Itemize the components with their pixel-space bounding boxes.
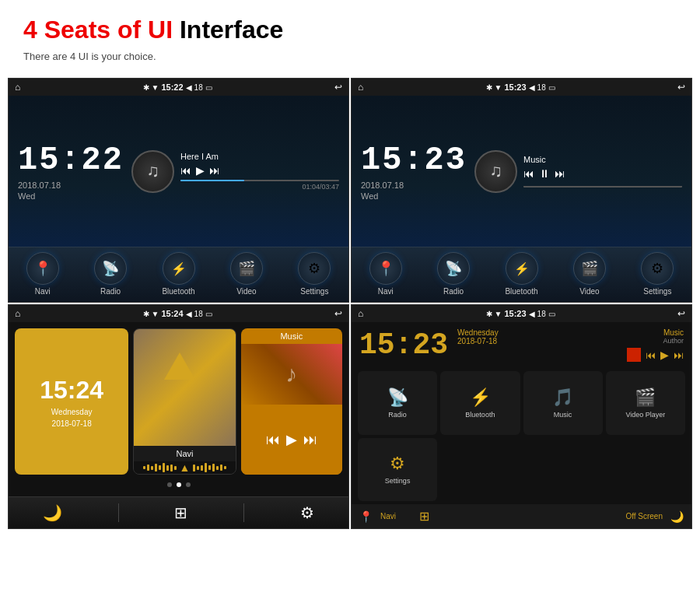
s4-bluetooth[interactable]: ⚡ Bluetooth (440, 371, 520, 435)
time-s4: 15:23 (504, 309, 526, 318)
music-title-s1: Here I Am (180, 152, 339, 161)
nav-video-s2[interactable]: 🎬 Video (555, 252, 623, 296)
s4-clock-block: 15:23 (359, 328, 448, 362)
off-screen-label: Off Screen (625, 512, 663, 521)
s4-video[interactable]: 🎬 Video Player (606, 371, 685, 435)
battery-s3: 18 (194, 310, 203, 318)
card-navi-s3[interactable]: Navi ▲ (133, 328, 236, 475)
s4-radio[interactable]: 📡 Radio (358, 371, 437, 435)
nav-video-s1[interactable]: 🎬 Video (212, 252, 280, 296)
nav-settings-s1[interactable]: ⚙ Settings (281, 252, 348, 296)
battery-icon-s2: ▭ (548, 83, 555, 92)
battery-s2: 18 (537, 83, 546, 92)
prev-btn-s1[interactable]: ⏮ (180, 164, 191, 177)
radio-label-s1: Radio (100, 287, 121, 296)
title-black: Interface (180, 16, 283, 44)
nav-settings-s2[interactable]: ⚙ Settings (624, 252, 691, 296)
settings-btn-s3[interactable]: ⚙ (300, 503, 314, 522)
sleep-btn-s3[interactable]: 🌙 (43, 503, 62, 522)
bluetooth-status-s2: ✱ (486, 83, 492, 92)
s4-settings[interactable]: ⚙ Settings (358, 438, 437, 502)
battery-s1: 18 (194, 83, 203, 92)
radio-icon-s2: 📡 (445, 260, 462, 277)
s4-date-block: Wednesday 2018-07-18 (457, 328, 499, 345)
time-s1: 15:22 (161, 82, 183, 92)
video-label-s1: Video (236, 287, 256, 296)
navi-label-s2: Navi (378, 287, 394, 296)
prev-btn-s2[interactable]: ⏮ (523, 167, 534, 180)
s4-play[interactable]: ▶ (660, 349, 669, 361)
status-bar-3: ⌂ ✱ ▼ 15:24 ◀ 18 ▭ ↩ (9, 305, 348, 322)
video-label-s4: Video Player (625, 411, 665, 419)
dot-3 (186, 482, 191, 487)
video-icon-s2: 🎬 (581, 260, 598, 277)
navi-arrow-icon: ▲ (180, 461, 191, 474)
nav-navi-s1[interactable]: 📍 Navi (9, 252, 76, 296)
nav-radio-s1[interactable]: 📡 Radio (76, 252, 144, 296)
navi-wave-s3: ▲ (134, 461, 235, 474)
moon-icon-s4[interactable]: 🌙 (670, 510, 684, 523)
radio-icon-s1: 📡 (102, 260, 119, 277)
video-icon-s4: 🎬 (635, 387, 656, 408)
s4-prev[interactable]: ⏮ (646, 349, 656, 361)
next-btn-s2[interactable]: ⏭ (555, 167, 565, 180)
s4-next[interactable]: ⏭ (674, 349, 684, 361)
music-info-s1: Here I Am ⏮ ▶ ⏭ 01:04/03:47 (180, 152, 339, 191)
settings-label-s2: Settings (643, 287, 671, 296)
navi-icon-s1: 📍 (34, 260, 51, 277)
nav-bluetooth-s1[interactable]: ⚡ Bluetooth (145, 252, 212, 296)
vol-s3: ◀ (186, 310, 192, 318)
music-prev-s3[interactable]: ⏮ (266, 432, 280, 448)
clock-date-s2: 2018.07.18 (361, 181, 467, 190)
next-btn-s1[interactable]: ⏭ (209, 164, 220, 177)
card-clock-date: 2018-07-18 (52, 419, 92, 428)
page-header: 4 Seats of UI Interface There are 4 UI i… (0, 0, 700, 70)
music-album-art-s1: ♫ (131, 150, 174, 193)
screen-3: ⌂ ✱ ▼ 15:24 ◀ 18 ▭ ↩ 15:24 Wednesday 201… (8, 304, 349, 529)
vol-s1: ◀ (186, 83, 192, 92)
signal-s2: ▼ (495, 83, 502, 92)
bottom-nav-s2: 📍 Navi 📡 Radio ⚡ Bluetooth 🎬 V (352, 247, 691, 302)
bluetooth-status-s1: ✱ (143, 83, 149, 92)
home-icon-s3: ⌂ (15, 308, 20, 319)
screen-2: ⌂ ✱ ▼ 15:23 ◀ 18 ▭ ↩ 15:23 2018.07.18 We… (351, 78, 692, 303)
back-s3: ↩ (334, 308, 342, 319)
s4-top: 15:23 Wednesday 2018-07-18 Music Author … (352, 322, 691, 368)
apps-btn-s3[interactable]: ⊞ (174, 503, 187, 522)
music-bg-note: ♪ (285, 361, 297, 387)
clock-date-s1: 2018.07.18 (18, 181, 124, 190)
nav-radio-s2[interactable]: 📡 Radio (419, 252, 487, 296)
bluetooth-status-s3: ✱ (143, 310, 149, 318)
home-icon-s2: ⌂ (358, 82, 363, 93)
home-icon-s1: ⌂ (15, 82, 20, 93)
music-card-controls[interactable]: ⏮ ▶ ⏭ (241, 405, 342, 475)
play-btn-s1[interactable]: ▶ (196, 164, 205, 177)
settings-label-s4: Settings (385, 477, 411, 485)
pause-btn-s2[interactable]: ⏸ (539, 167, 550, 180)
clock-day-s2: Wed (361, 191, 467, 201)
battery-icon-s4: ▭ (548, 310, 555, 318)
divider2-s3 (243, 503, 244, 522)
radio-label-s2: Radio (443, 287, 464, 296)
navi-pin-icon-s4: 📍 (359, 510, 373, 523)
music-card-bg: ♪ (241, 344, 342, 405)
music-controls-s1[interactable]: ⏮ ▶ ⏭ (180, 164, 339, 177)
apps-grid-icon-s4[interactable]: ⊞ (419, 509, 429, 524)
s4-music[interactable]: 🎵 Music (523, 371, 603, 435)
signal-s1: ▼ (152, 83, 159, 92)
subtitle: There are 4 UI is your choice. (23, 51, 677, 62)
main-area-s1: 15:22 2018.07.18 Wed ♫ Here I Am ⏮ ▶ ⏭ (9, 96, 348, 247)
s4-music-controls[interactable]: ⏮ ▶ ⏭ (627, 348, 684, 362)
music-controls-s2[interactable]: ⏮ ⏸ ⏭ (523, 167, 682, 180)
nav-navi-s2[interactable]: 📍 Navi (352, 252, 419, 296)
navi-icon-s2: 📍 (377, 260, 394, 277)
music-next-s3[interactable]: ⏭ (303, 432, 317, 448)
card-clock-day: Wednesday (51, 408, 93, 416)
main-area-s3: 15:24 Wednesday 2018-07-18 Navi (9, 322, 348, 496)
time-s2: 15:23 (504, 82, 526, 92)
back-s4: ↩ (677, 308, 685, 319)
card-clock-time: 15:24 (40, 376, 103, 405)
music-play-s3[interactable]: ▶ (286, 431, 297, 448)
nav-bluetooth-s2[interactable]: ⚡ Bluetooth (488, 252, 555, 296)
card-music-s3[interactable]: Music ♪ ⏮ ▶ ⏭ (241, 328, 342, 475)
